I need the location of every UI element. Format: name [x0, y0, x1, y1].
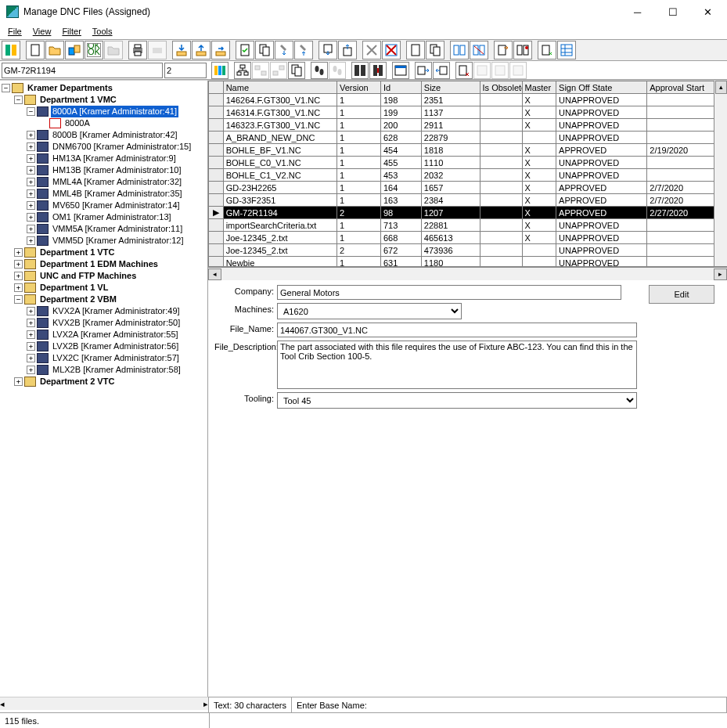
columns-icon[interactable] [211, 62, 229, 79]
tree-lvx2a[interactable]: +LVX2A [Kramer Administrator:55] [0, 329, 207, 341]
doc-a-icon[interactable] [406, 41, 425, 59]
grid-view-icon[interactable] [557, 41, 576, 59]
tree-hm13a[interactable]: +HM13A [Kramer Administrator:9] [0, 153, 207, 164]
col-id[interactable]: Id [380, 81, 421, 94]
table-row[interactable]: importSearchCriteria.txt171322881XUNAPPR… [209, 219, 727, 232]
compare-cancel-icon[interactable] [470, 41, 488, 59]
assign-icon[interactable] [538, 41, 556, 59]
minimize-button[interactable]: ─ [620, 0, 655, 23]
tree-8000b[interactable]: +8000B [Kramer Administrator:42] [0, 129, 207, 141]
tree-lvx2b[interactable]: +LVX2B [Kramer Administrator:56] [0, 341, 207, 352]
delete-blocked-icon[interactable] [382, 41, 401, 59]
compare-a-icon[interactable] [450, 41, 469, 59]
nc-download-icon[interactable] [319, 41, 337, 59]
table-row[interactable]: ▶GM-72R11942981207XAPPROVED2/27/2020 [209, 207, 727, 219]
tree-dept2-vbm[interactable]: −Department 2 VBM [0, 294, 207, 305]
export-a-icon[interactable] [494, 41, 513, 59]
col-version[interactable]: Version [337, 81, 380, 94]
table-row[interactable]: Newbie16311180UNAPPROVED [209, 257, 727, 268]
tree-lvx2c[interactable]: +LVX2C [Kramer Administrator:57] [0, 352, 207, 364]
download-icon[interactable] [172, 41, 191, 59]
tree-hm13b[interactable]: +HM13B [Kramer Administrator:10] [0, 164, 207, 176]
file-grid[interactable]: Name Version Id Size Is Obsolete Master … [208, 81, 727, 267]
table-row[interactable]: Joe-12345_2.txt2672473936UNAPPROVED [209, 244, 727, 257]
toggle-view-icon[interactable] [2, 41, 20, 59]
maximize-button[interactable]: ☐ [655, 0, 690, 23]
grid-hscroll[interactable]: ◂▸ [208, 267, 727, 280]
tool-upload-icon[interactable] [294, 41, 313, 59]
table-row[interactable]: 146264.F.GT300_V1.NC11982351XUNAPPROVED [209, 94, 727, 106]
table-row[interactable]: Joe-12345_2.txt1668465613XUNAPPROVED [209, 232, 727, 244]
tree-om1[interactable]: +OM1 [Kramer Administrator:13] [0, 211, 207, 223]
tree-hscroll[interactable]: ◂▸ [0, 697, 208, 710]
tree-kvx2b[interactable]: +KVX2B [Kramer Administrator:50] [0, 317, 207, 329]
table-row[interactable]: GD-23H226511641657XAPPROVED2/7/2020 [209, 182, 727, 194]
import-icon[interactable] [65, 41, 84, 59]
tree-vmm5a[interactable]: +VMM5A [Kramer Administrator:11] [0, 223, 207, 235]
open-folder-icon[interactable] [45, 41, 64, 59]
col-obsolete[interactable]: Is Obsolete [480, 81, 522, 94]
copy-page-icon[interactable] [255, 41, 274, 59]
table-row[interactable]: 146314.F.GT300_V1.NC11991137XUNAPPROVED [209, 106, 727, 119]
tree-dept2-vtc[interactable]: +Department 2 VTC [0, 376, 207, 387]
delete-x-icon[interactable] [362, 41, 381, 59]
table-row[interactable]: GD-33F235111632384XAPPROVED2/7/2020 [209, 194, 727, 207]
tree-dept1-edm[interactable]: +Department 1 EDM Machines [0, 258, 207, 270]
table-row[interactable]: BOHLE_C0_V1.NC14551110XUNAPPROVED [209, 157, 727, 169]
table-row[interactable]: A_BRAND_NEW_DNC162822879UNAPPROVED [209, 132, 727, 144]
menu-filter[interactable]: Filter [57, 25, 85, 38]
upload-icon[interactable] [192, 41, 211, 59]
tree-dept1-vl[interactable]: +Department 1 VL [0, 282, 207, 294]
col-master[interactable]: Master [522, 81, 556, 94]
doc-b-icon[interactable] [426, 41, 444, 59]
tool-download-icon[interactable] [275, 41, 293, 59]
filedesc-field[interactable]: The part associated with this file requi… [277, 341, 637, 389]
new-file-icon[interactable] [26, 41, 45, 59]
close-button[interactable]: ✕ [690, 0, 725, 23]
search-name-input[interactable] [2, 63, 163, 78]
view-mode-a-icon[interactable] [351, 62, 369, 79]
footprints-a-icon[interactable] [311, 62, 328, 79]
tree-dnm6700[interactable]: +DNM6700 [Kramer Administrator:15] [0, 141, 207, 153]
send-a-icon[interactable] [415, 62, 432, 79]
tree-mlx2b[interactable]: +MLX2B [Kramer Administrator:58] [0, 364, 207, 376]
print-icon[interactable] [128, 41, 147, 59]
grid-vscroll[interactable]: ▴ [714, 81, 727, 266]
filename-field[interactable] [277, 323, 637, 337]
page-check-icon[interactable] [236, 41, 254, 59]
tree-8000a-file[interactable]: 8000A [0, 117, 207, 129]
view-mode-b-icon[interactable] [369, 62, 387, 79]
edit-button[interactable]: Edit [649, 285, 714, 304]
tree-kvx2a[interactable]: +KVX2A [Kramer Administrator:49] [0, 305, 207, 317]
col-size[interactable]: Size [421, 81, 480, 94]
export-b-icon[interactable] [513, 41, 532, 59]
grid-corner[interactable] [209, 81, 224, 94]
tree-a-icon[interactable] [234, 62, 251, 79]
window-icon[interactable] [392, 62, 409, 79]
menu-view[interactable]: View [28, 25, 56, 38]
col-signoff[interactable]: Sign Off State [556, 81, 647, 94]
tree-vmm5d[interactable]: +VMM5D [Kramer Administrator:12] [0, 235, 207, 247]
send-b-icon[interactable] [433, 62, 450, 79]
table-row[interactable]: 146323.F.GT300_V1.NC12002911XUNAPPROVED [209, 119, 727, 132]
menu-tools[interactable]: Tools [88, 25, 117, 38]
search-version-input[interactable] [164, 63, 207, 78]
tree-dept1-vtc[interactable]: +Department 1 VTC [0, 247, 207, 258]
upload-right-icon[interactable] [211, 41, 230, 59]
tree-dept1-vmc[interactable]: −Department 1 VMC [0, 94, 207, 106]
menu-file[interactable]: File [3, 25, 27, 38]
tree-root[interactable]: −Kramer Departments [0, 82, 207, 94]
machines-select[interactable]: A1620 [277, 303, 462, 319]
table-row[interactable]: BOHLE_C1_V2.NC14532032XUNAPPROVED [209, 169, 727, 182]
col-name[interactable]: Name [223, 81, 337, 94]
nc-upload-icon[interactable] [338, 41, 357, 59]
tree-panel[interactable]: −Kramer Departments −Department 1 VMC −8… [0, 81, 208, 697]
tree-8000a[interactable]: −8000A [Kramer Administrator:41] [0, 106, 207, 117]
tree-mv650[interactable]: +MV650 [Kramer Administrator:14] [0, 200, 207, 211]
tooling-select[interactable]: Tool 45 [277, 392, 637, 409]
tree-mml4b[interactable]: +MML4B [Kramer Administrator:35] [0, 188, 207, 200]
flag-delete-icon[interactable] [455, 62, 473, 79]
tree-unc-ftp[interactable]: +UNC and FTP Machines [0, 270, 207, 282]
copy-b-icon[interactable] [288, 62, 305, 79]
ok-ok-icon[interactable]: OKOK [85, 41, 103, 59]
